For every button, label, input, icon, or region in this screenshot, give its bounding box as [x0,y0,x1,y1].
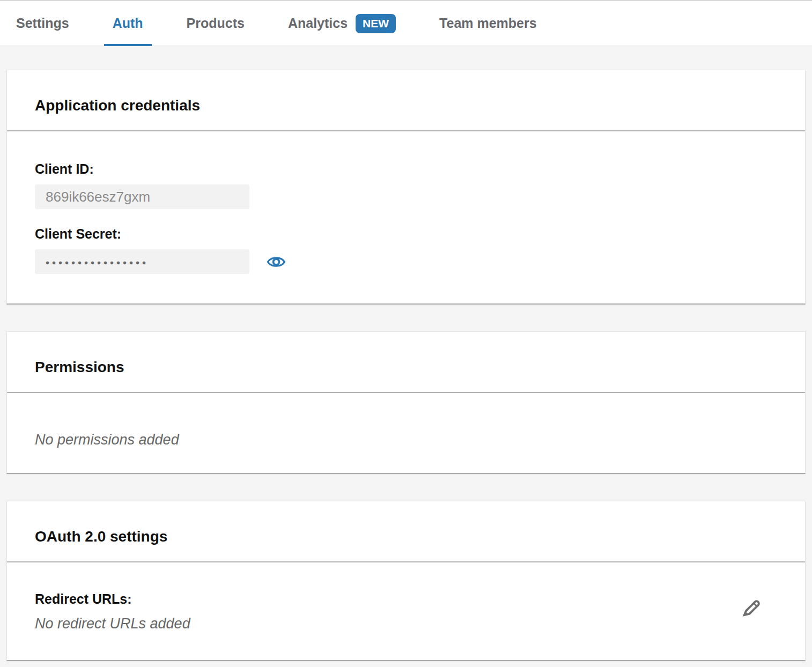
pencil-icon [740,596,763,619]
client-id-label: Client ID: [35,161,777,177]
oauth-settings-card: OAuth 2.0 settings Redirect URLs: No red… [6,501,806,661]
permissions-header: Permissions [7,332,805,392]
oauth-settings-title: OAuth 2.0 settings [35,528,777,545]
client-secret-field[interactable]: •••••••••••••••• [35,249,249,274]
application-credentials-body: Client ID: 869ik66esz7gxm Client Secret:… [7,131,805,303]
app-tab-bar: Settings Auth Products Analytics NEW Tea… [0,0,812,46]
tab-settings-label: Settings [16,16,69,31]
application-credentials-card: Application credentials Client ID: 869ik… [6,70,806,305]
tab-products-label: Products [187,16,245,31]
new-badge: NEW [356,14,396,33]
application-credentials-header: Application credentials [7,70,805,130]
client-id-field[interactable]: 869ik66esz7gxm [35,184,249,209]
tab-auth-label: Auth [113,16,143,31]
client-secret-label: Client Secret: [35,226,777,242]
no-redirect-urls-text: No redirect URLs added [35,616,190,632]
tab-analytics[interactable]: Analytics NEW [288,1,396,46]
client-secret-masked-value: •••••••••••••••• [46,255,149,269]
oauth-settings-header: OAuth 2.0 settings [7,501,805,561]
no-permissions-text: No permissions added [35,432,777,448]
redirect-urls-group: Redirect URLs: No redirect URLs added [35,591,190,632]
tab-products[interactable]: Products [187,1,245,46]
permissions-body: No permissions added [7,393,805,473]
permissions-card: Permissions No permissions added [6,331,806,474]
reveal-secret-button[interactable] [267,255,286,269]
auth-tab-content: Application credentials Client ID: 869ik… [0,70,812,661]
permissions-title: Permissions [35,359,777,376]
eye-icon [267,255,286,269]
client-id-value: 869ik66esz7gxm [46,189,150,205]
oauth-settings-body: Redirect URLs: No redirect URLs added [7,562,805,660]
tab-settings[interactable]: Settings [16,1,69,46]
edit-redirect-urls-button[interactable] [740,596,763,619]
redirect-urls-label: Redirect URLs: [35,591,190,607]
tab-analytics-label: Analytics [288,16,348,31]
application-credentials-title: Application credentials [35,97,777,114]
tab-auth[interactable]: Auth [113,1,143,46]
tab-team-members[interactable]: Team members [439,1,537,46]
tab-team-members-label: Team members [439,16,537,31]
